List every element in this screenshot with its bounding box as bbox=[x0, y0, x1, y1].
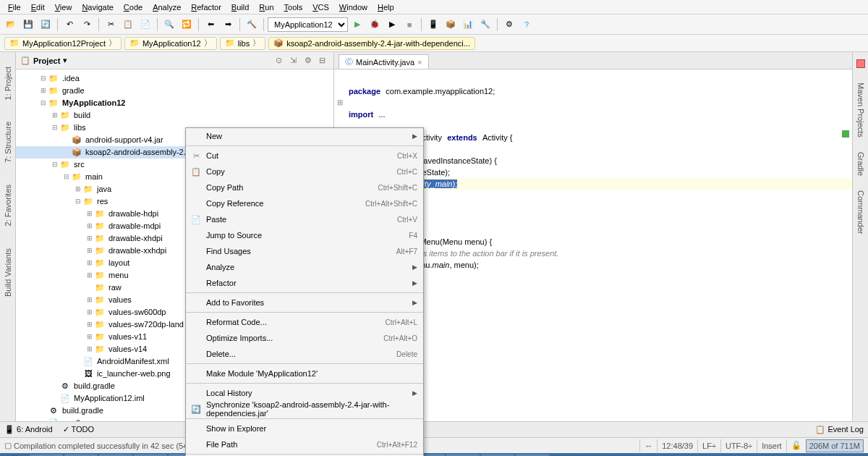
tool-tab-project[interactable]: 1: Project bbox=[4, 67, 12, 100]
breadcrumb-item[interactable]: 📁MyApplication12Project 〉 bbox=[4, 37, 122, 50]
insert-mode[interactable]: Insert bbox=[757, 439, 786, 452]
right-tool-stripe: Maven ProjectsGradleCommander bbox=[852, 52, 868, 421]
replace-icon[interactable]: 🔁 bbox=[179, 17, 195, 33]
menu-item-new[interactable]: New▶ bbox=[186, 128, 423, 144]
tree-node[interactable]: ⊞📁gradle bbox=[16, 85, 333, 97]
menu-item-refactor[interactable]: Refactor▶ bbox=[186, 275, 423, 291]
encoding[interactable]: UTF-8 ÷ bbox=[720, 439, 757, 452]
event-log-button[interactable]: 📋 Event Log bbox=[815, 425, 864, 434]
sdk-icon[interactable]: 📦 bbox=[443, 17, 459, 33]
undo-icon[interactable]: ↶ bbox=[61, 17, 77, 33]
tree-node[interactable]: ⊞📁build bbox=[16, 109, 333, 122]
hide-icon[interactable]: ⊟ bbox=[319, 56, 329, 66]
close-icon[interactable]: × bbox=[417, 58, 422, 67]
help-icon[interactable]: ? bbox=[519, 17, 535, 33]
editor-tabs: Ⓒ MainActivity.java × bbox=[334, 52, 852, 69]
menu-item-copy-path[interactable]: Copy PathCtrl+Shift+C bbox=[186, 180, 423, 195]
goto-icon[interactable]: ↔ bbox=[639, 439, 657, 452]
maven-icon[interactable] bbox=[856, 59, 865, 68]
menu-tools[interactable]: Tools bbox=[279, 0, 308, 14]
tab-android[interactable]: 📱 6: Android bbox=[4, 425, 53, 434]
gear-icon[interactable]: ⚙ bbox=[305, 56, 315, 66]
menu-item-copy-reference[interactable]: Copy ReferenceCtrl+Alt+Shift+C bbox=[186, 195, 423, 211]
memory-indicator[interactable]: 206M of 711M bbox=[806, 439, 864, 452]
cursor-position[interactable]: 12:48/39 bbox=[657, 439, 697, 452]
menu-navigate[interactable]: Navigate bbox=[77, 0, 118, 14]
project-icon: 📋 bbox=[20, 56, 30, 65]
menu-item-local-history[interactable]: Local History▶ bbox=[186, 385, 423, 401]
tool-tab-buildvariants[interactable]: Build Variants bbox=[4, 248, 12, 297]
status-bar: ▢ Compilation completed successfully in … bbox=[0, 437, 868, 453]
context-menu: New▶✂CutCtrl+X📋CopyCtrl+CCopy PathCtrl+S… bbox=[185, 127, 424, 456]
menu-edit[interactable]: Edit bbox=[26, 0, 50, 14]
editor-tab-label: MainActivity.java bbox=[356, 58, 414, 67]
menu-vcs[interactable]: VCS bbox=[307, 0, 334, 14]
tool-tab-structure[interactable]: 7: Structure bbox=[4, 122, 12, 163]
run-config-combo[interactable]: MyApplication12 bbox=[268, 17, 348, 32]
start-button[interactable] bbox=[0, 453, 29, 456]
menu-item-cut[interactable]: ✂CutCtrl+X bbox=[186, 148, 423, 164]
menu-item-paste[interactable]: 📄PasteCtrl+V bbox=[186, 211, 423, 227]
sync-icon[interactable]: 🔄 bbox=[38, 17, 54, 33]
status-toggle-icon[interactable]: ▢ bbox=[4, 441, 12, 450]
menu-analyze[interactable]: Analyze bbox=[148, 0, 186, 14]
lock-icon[interactable]: 🔓 bbox=[786, 439, 806, 452]
forward-icon[interactable]: ➡ bbox=[220, 17, 236, 33]
back-icon[interactable]: ⬅ bbox=[203, 17, 218, 33]
find-icon[interactable]: 🔍 bbox=[161, 17, 177, 33]
menu-view[interactable]: View bbox=[50, 0, 77, 14]
autoscroll-icon[interactable]: ⊙ bbox=[276, 56, 286, 66]
menu-window[interactable]: Window bbox=[334, 0, 373, 14]
left-tool-stripe: 1: Project7: Structure2: FavoritesBuild … bbox=[0, 52, 16, 421]
menu-item-copy[interactable]: 📋CopyCtrl+C bbox=[186, 164, 423, 180]
menu-item-analyze[interactable]: Analyze▶ bbox=[186, 259, 423, 275]
redo-icon[interactable]: ↷ bbox=[79, 17, 95, 33]
tool-tab-mavenprojects[interactable]: Maven Projects bbox=[856, 83, 865, 138]
menu-item-make-module-myapplication12[interactable]: Make Module 'MyApplication12' bbox=[186, 366, 423, 381]
paste-icon[interactable]: 📄 bbox=[137, 17, 153, 33]
collapse-icon[interactable]: ⇲ bbox=[290, 56, 300, 66]
open-icon[interactable]: 📂 bbox=[3, 17, 19, 33]
monitor-icon[interactable]: 📊 bbox=[460, 17, 476, 33]
save-icon[interactable]: 💾 bbox=[20, 17, 36, 33]
project-panel-header: 📋 Project ▾ ⊙ ⇲ ⚙ ⊟ bbox=[16, 52, 333, 69]
menu-item-reformat-code[interactable]: Reformat Code...Ctrl+Alt+L bbox=[186, 314, 423, 330]
menu-item-find-usages[interactable]: Find UsagesAlt+F7 bbox=[186, 243, 423, 259]
menu-refactor[interactable]: Refactor bbox=[186, 0, 226, 14]
ddms-icon[interactable]: 🔧 bbox=[477, 17, 493, 33]
line-separator[interactable]: LF ÷ bbox=[697, 439, 720, 452]
menu-item-show-in-explorer[interactable]: Show in Explorer bbox=[186, 421, 423, 436]
build-icon[interactable]: 🔨 bbox=[244, 17, 260, 33]
menu-item-file-path[interactable]: File PathCtrl+Alt+F12 bbox=[186, 436, 423, 452]
tool-tab-gradle[interactable]: Gradle bbox=[856, 152, 865, 176]
debug-icon[interactable]: 🐞 bbox=[367, 17, 383, 33]
cut-icon[interactable]: ✂ bbox=[103, 17, 119, 33]
menu-code[interactable]: Code bbox=[119, 0, 148, 14]
tab-todo[interactable]: ✓ TODO bbox=[63, 425, 94, 434]
stop-icon[interactable]: ■ bbox=[401, 17, 417, 33]
menu-file[interactable]: File bbox=[3, 0, 26, 14]
copy-icon[interactable]: 📋 bbox=[120, 17, 136, 33]
tree-node[interactable]: ⊟📁.idea bbox=[16, 72, 333, 85]
settings-icon[interactable]: ⚙ bbox=[501, 17, 517, 33]
menu-build[interactable]: Build bbox=[226, 0, 254, 14]
run-icon[interactable]: ▶ bbox=[349, 17, 365, 33]
menu-item-optimize-imports[interactable]: Optimize Imports...Ctrl+Alt+O bbox=[186, 330, 423, 346]
menu-run[interactable]: Run bbox=[254, 0, 278, 14]
project-view-label[interactable]: Project bbox=[33, 56, 60, 65]
attach-debugger-icon[interactable]: ▶ bbox=[384, 17, 400, 33]
menu-item-jump-to-source[interactable]: Jump to SourceF4 bbox=[186, 227, 423, 243]
menu-help[interactable]: Help bbox=[373, 0, 399, 14]
tool-tab-commander[interactable]: Commander bbox=[856, 190, 865, 235]
breadcrumb-item[interactable]: 📁MyApplication12 〉 bbox=[124, 37, 217, 50]
menu-item-synchronize-ksoap2-android-assembly-2-4-jar-with-dependencies-jar[interactable]: 🔄Synchronize 'ksoap2-android-assembly-2.… bbox=[186, 401, 423, 417]
tree-node[interactable]: ⊟📁MyApplication12 bbox=[16, 97, 333, 109]
avd-icon[interactable]: 📱 bbox=[425, 17, 441, 33]
menu-item-delete[interactable]: Delete...Delete bbox=[186, 346, 423, 362]
breadcrumb-item[interactable]: 📁libs 〉 bbox=[220, 37, 266, 50]
menu-item-add-to-favorites[interactable]: Add to Favorites▶ bbox=[186, 295, 423, 311]
breadcrumb-item[interactable]: 📦ksoap2-android-assembly-2.4-jar-with-de… bbox=[268, 37, 475, 50]
tool-tab-favorites[interactable]: 2: Favorites bbox=[4, 185, 12, 226]
error-stripe-ok bbox=[842, 130, 849, 138]
editor-tab-mainactivity[interactable]: Ⓒ MainActivity.java × bbox=[339, 54, 429, 69]
